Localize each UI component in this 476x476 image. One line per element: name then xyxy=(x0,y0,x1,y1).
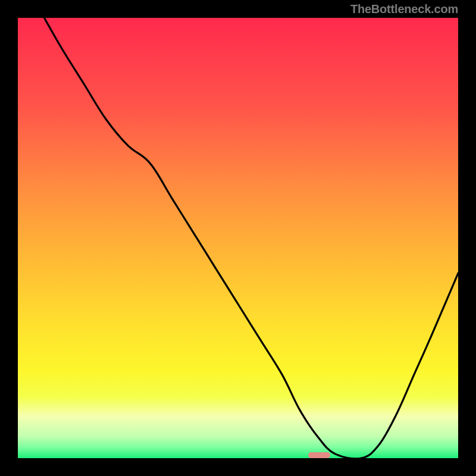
attribution-text: TheBottleneck.com xyxy=(350,2,458,16)
plot-area xyxy=(18,18,458,458)
minimum-marker xyxy=(308,452,330,458)
outer-frame: TheBottleneck.com xyxy=(0,0,476,476)
curve xyxy=(18,18,458,458)
